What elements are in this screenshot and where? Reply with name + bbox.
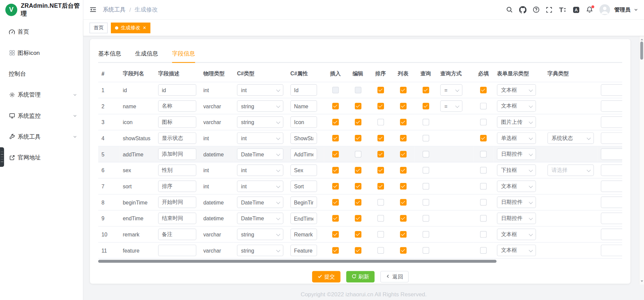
sort-checkbox[interactable]: [377, 103, 384, 110]
edit-checkbox[interactable]: [355, 199, 361, 206]
required-checkbox[interactable]: [480, 135, 487, 142]
breadcrumb-item[interactable]: 系统工具: [103, 6, 126, 13]
tag-close-icon[interactable]: ×: [143, 25, 146, 31]
edit-checkbox[interactable]: [355, 103, 361, 110]
refresh-button[interactable]: 刷新: [346, 271, 374, 283]
sidebar-item-icons[interactable]: 图标icon: [0, 42, 83, 63]
display-type-select[interactable]: 日期控件: [497, 196, 536, 208]
display-type-select[interactable]: 文本框: [497, 245, 536, 256]
insert-checkbox[interactable]: [332, 103, 339, 110]
cs-type-select[interactable]: DateTime: [237, 213, 283, 224]
cs-attr-input[interactable]: [290, 84, 317, 96]
sort-checkbox[interactable]: [377, 87, 384, 93]
insert-checkbox[interactable]: [332, 135, 339, 142]
settings-drawer-handle[interactable]: [0, 147, 4, 167]
required-checkbox[interactable]: [480, 119, 487, 126]
list-checkbox[interactable]: [400, 183, 406, 190]
sort-checkbox[interactable]: [377, 215, 384, 222]
query-checkbox[interactable]: [422, 87, 429, 93]
insert-checkbox[interactable]: [332, 151, 339, 158]
cs-attr-input[interactable]: [290, 181, 317, 192]
extra-input[interactable]: [601, 116, 622, 128]
edit-checkbox[interactable]: [355, 119, 361, 126]
display-type-select[interactable]: 文本框: [497, 84, 536, 96]
cs-type-select[interactable]: string: [237, 100, 283, 112]
sort-checkbox[interactable]: [377, 231, 384, 238]
cs-attr-input[interactable]: [290, 213, 317, 224]
edit-checkbox[interactable]: [355, 135, 361, 142]
insert-checkbox[interactable]: [332, 199, 339, 206]
cs-attr-input[interactable]: [290, 229, 317, 240]
required-checkbox[interactable]: [480, 103, 487, 110]
notification-bell-icon[interactable]: [586, 6, 593, 13]
cs-type-select[interactable]: string: [237, 229, 283, 240]
help-icon[interactable]: [533, 6, 540, 13]
required-checkbox[interactable]: [480, 87, 487, 93]
sidebar-item-console[interactable]: 控制台: [0, 63, 83, 84]
required-checkbox[interactable]: [480, 167, 487, 174]
insert-checkbox[interactable]: [332, 247, 339, 254]
cs-type-select[interactable]: DateTime: [237, 196, 283, 208]
vertical-scrollbar-thumb[interactable]: [640, 41, 643, 60]
query-mode-select[interactable]: =: [440, 84, 463, 96]
tab-generate-info[interactable]: 生成信息: [135, 50, 158, 62]
required-checkbox[interactable]: [480, 151, 487, 158]
list-checkbox[interactable]: [400, 87, 406, 93]
field-desc-input[interactable]: [158, 116, 197, 128]
sidebar-item-system-monitoring[interactable]: 系统监控: [0, 105, 83, 126]
sort-checkbox[interactable]: [377, 199, 384, 206]
cs-attr-input[interactable]: [290, 148, 317, 160]
sort-checkbox[interactable]: [377, 167, 384, 174]
field-desc-input[interactable]: [158, 133, 197, 144]
scroll-up-arrow-icon[interactable]: [639, 36, 644, 41]
required-checkbox[interactable]: [480, 231, 487, 238]
query-checkbox[interactable]: [422, 103, 429, 110]
dict-type-select[interactable]: 请选择: [548, 164, 594, 176]
query-checkbox[interactable]: [422, 247, 429, 254]
sidebar-item-home[interactable]: 首页: [0, 22, 83, 42]
query-checkbox[interactable]: [422, 135, 429, 142]
tab-basic-info[interactable]: 基本信息: [98, 50, 121, 62]
back-button[interactable]: 返回: [380, 271, 408, 283]
tag-home[interactable]: 首页: [90, 23, 108, 33]
sort-checkbox[interactable]: [377, 247, 384, 254]
field-desc-input[interactable]: [158, 196, 197, 208]
query-checkbox[interactable]: [422, 183, 429, 190]
list-checkbox[interactable]: [400, 151, 406, 158]
display-type-select[interactable]: 文本框: [497, 229, 536, 240]
list-checkbox[interactable]: [400, 215, 406, 222]
cs-type-select[interactable]: DateTime: [237, 148, 283, 160]
insert-checkbox[interactable]: [332, 231, 339, 238]
insert-checkbox[interactable]: [332, 87, 339, 93]
extra-input[interactable]: [601, 245, 622, 256]
sidebar-item-official-site[interactable]: 官网地址: [0, 147, 83, 168]
extra-input[interactable]: [601, 229, 622, 240]
extra-input[interactable]: [601, 213, 622, 224]
edit-checkbox[interactable]: [355, 231, 361, 238]
field-desc-input[interactable]: [158, 148, 197, 160]
fullscreen-icon[interactable]: [546, 6, 553, 13]
cs-type-select[interactable]: int: [237, 181, 283, 192]
language-icon[interactable]: A: [572, 6, 580, 13]
list-checkbox[interactable]: [400, 231, 406, 238]
extra-input[interactable]: [601, 181, 622, 192]
extra-input[interactable]: [601, 164, 622, 176]
cs-attr-input[interactable]: [290, 100, 317, 112]
extra-input[interactable]: [601, 196, 622, 208]
required-checkbox[interactable]: [480, 199, 487, 206]
submit-button[interactable]: 提交: [312, 271, 340, 283]
sort-checkbox[interactable]: [377, 183, 384, 190]
search-icon[interactable]: [506, 6, 513, 13]
query-checkbox[interactable]: [422, 215, 429, 222]
cs-attr-input[interactable]: [290, 116, 317, 128]
display-type-select[interactable]: 下拉框: [497, 164, 536, 176]
required-checkbox[interactable]: [480, 247, 487, 254]
insert-checkbox[interactable]: [332, 215, 339, 222]
app-logo-row[interactable]: V ZRAdmin.NET后台管理: [0, 0, 83, 20]
sort-checkbox[interactable]: [377, 151, 384, 158]
display-type-select[interactable]: 日期控件: [497, 148, 536, 160]
tab-field-info[interactable]: 字段信息: [172, 50, 195, 62]
edit-checkbox[interactable]: [355, 215, 361, 222]
edit-checkbox[interactable]: [355, 87, 361, 93]
query-checkbox[interactable]: [422, 119, 429, 126]
